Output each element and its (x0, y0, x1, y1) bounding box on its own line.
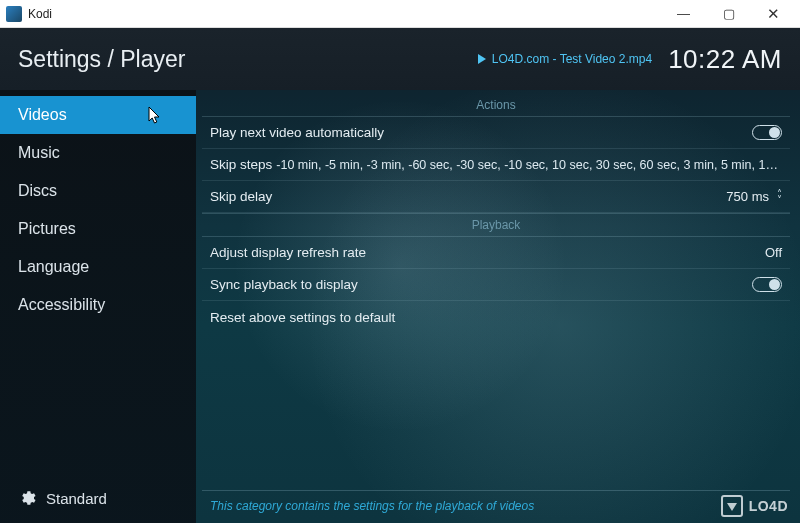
setting-label: Play next video automatically (210, 125, 384, 140)
setting-label: Skip delay (210, 189, 272, 204)
sidebar-item-label: Videos (18, 106, 67, 123)
setting-play-next-auto[interactable]: Play next video automatically (202, 117, 790, 149)
sidebar-item-accessibility[interactable]: Accessibility (0, 286, 196, 324)
setting-label: Adjust display refresh rate (210, 245, 366, 260)
sidebar-item-label: Accessibility (18, 296, 105, 313)
section-header-actions: Actions (202, 94, 790, 117)
sidebar-item-label: Music (18, 144, 60, 161)
spinner-control[interactable]: ˄ ˅ (777, 191, 782, 202)
content: Actions Play next video automatically Sk… (196, 90, 800, 523)
sidebar-item-discs[interactable]: Discs (0, 172, 196, 210)
setting-value: -10 min, -5 min, -3 min, -60 sec, -30 se… (272, 158, 782, 172)
sidebar: Videos Music Discs Pictures Language Acc… (0, 90, 196, 523)
setting-skip-delay[interactable]: Skip delay 750 ms ˄ ˅ (202, 181, 790, 213)
chevron-down-icon[interactable]: ˅ (777, 197, 782, 203)
settings-level-button[interactable]: Standard (0, 477, 196, 523)
setting-label: Skip steps (210, 157, 272, 172)
section-header-playback: Playback (202, 213, 790, 237)
settings-level-label: Standard (46, 490, 107, 507)
setting-value: Off (765, 245, 782, 260)
download-icon (721, 495, 743, 517)
app-icon (6, 6, 22, 22)
sidebar-item-label: Language (18, 258, 89, 275)
clock: 10:22 AM (668, 44, 782, 75)
setting-label: Sync playback to display (210, 277, 358, 292)
header: Settings / Player LO4D.com - Test Video … (0, 28, 800, 90)
setting-value: 750 ms (726, 189, 769, 204)
toggle-off-icon[interactable] (752, 125, 782, 140)
close-button[interactable]: ✕ (751, 0, 796, 28)
sidebar-item-pictures[interactable]: Pictures (0, 210, 196, 248)
setting-adjust-refresh[interactable]: Adjust display refresh rate Off (202, 237, 790, 269)
sidebar-item-music[interactable]: Music (0, 134, 196, 172)
setting-sync-playback[interactable]: Sync playback to display (202, 269, 790, 301)
play-icon (478, 54, 486, 64)
setting-label: Reset above settings to default (210, 310, 395, 325)
setting-skip-steps[interactable]: Skip steps -10 min, -5 min, -3 min, -60 … (202, 149, 790, 181)
cursor-icon (148, 106, 162, 126)
main: Videos Music Discs Pictures Language Acc… (0, 90, 800, 523)
category-hint: This category contains the settings for … (202, 490, 790, 523)
breadcrumb[interactable]: Settings / Player (18, 46, 478, 73)
setting-reset-defaults[interactable]: Reset above settings to default (202, 301, 790, 333)
window-titlebar: Kodi — ▢ ✕ (0, 0, 800, 28)
sidebar-item-videos[interactable]: Videos (0, 96, 196, 134)
minimize-button[interactable]: — (661, 0, 706, 28)
watermark: LO4D (721, 495, 788, 517)
sidebar-item-language[interactable]: Language (0, 248, 196, 286)
now-playing[interactable]: LO4D.com - Test Video 2.mp4 (478, 52, 652, 66)
maximize-button[interactable]: ▢ (706, 0, 751, 28)
window-title: Kodi (28, 7, 661, 21)
watermark-text: LO4D (749, 498, 788, 514)
app-root: Settings / Player LO4D.com - Test Video … (0, 28, 800, 523)
sidebar-item-label: Pictures (18, 220, 76, 237)
toggle-off-icon[interactable] (752, 277, 782, 292)
now-playing-label: LO4D.com - Test Video 2.mp4 (492, 52, 652, 66)
sidebar-item-label: Discs (18, 182, 57, 199)
sidebar-spacer (0, 324, 196, 477)
gear-icon (18, 489, 36, 507)
